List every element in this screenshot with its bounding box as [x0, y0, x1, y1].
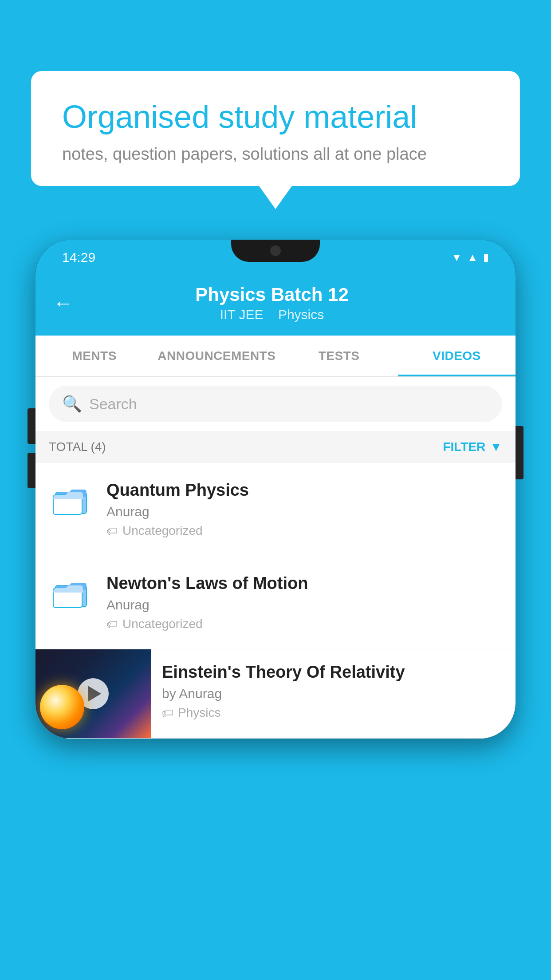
back-button[interactable]: ←: [53, 292, 73, 314]
front-camera: [270, 245, 281, 256]
search-bar[interactable]: 🔍 Search: [49, 386, 502, 422]
item-tag: 🏷 Uncategorized: [106, 617, 502, 631]
power-button: [516, 426, 523, 479]
tabs-bar: MENTS ANNOUNCEMENTS TESTS VIDEOS: [35, 336, 516, 377]
phone-mockup: 14:29 ▼ ▲ ▮ ← Physics Batch 12 IIT JEE: [35, 240, 516, 980]
wifi-icon: ▼: [451, 251, 462, 264]
header-subtitle-physics: Physics: [278, 307, 324, 322]
item-title: Quantum Physics: [106, 481, 502, 500]
tab-announcements[interactable]: ANNOUNCEMENTS: [153, 336, 280, 376]
content-list: Quantum Physics Anurag 🏷 Uncategorized: [35, 463, 516, 739]
status-time: 14:29: [62, 250, 95, 265]
bubble-subtitle: notes, question papers, solutions all at…: [62, 145, 489, 164]
header-subtitle: IIT JEE Physics: [86, 307, 458, 322]
list-item[interactable]: Newton's Laws of Motion Anurag 🏷 Uncateg…: [35, 556, 516, 649]
item-author: Anurag: [106, 504, 502, 519]
list-item[interactable]: Quantum Physics Anurag 🏷 Uncategorized: [35, 463, 516, 556]
volume-down-button: [28, 453, 35, 488]
item-title: Newton's Laws of Motion: [106, 574, 502, 593]
volume-up-button: [28, 408, 35, 444]
filter-row: TOTAL (4) FILTER ▼: [35, 431, 516, 463]
list-item-video[interactable]: Einstein's Theory Of Relativity by Anura…: [35, 649, 516, 739]
search-icon: 🔍: [62, 395, 82, 413]
app-header: ← Physics Batch 12 IIT JEE Physics: [35, 275, 516, 336]
bubble-title: Organised study material: [62, 98, 489, 136]
tab-tests[interactable]: TESTS: [280, 336, 398, 376]
folder-icon: [53, 577, 89, 609]
filter-button[interactable]: FILTER ▼: [443, 440, 502, 454]
filter-label: FILTER: [443, 440, 485, 454]
status-icons: ▼ ▲ ▮: [451, 251, 489, 264]
video-author: by Anurag: [162, 686, 504, 701]
status-bar: 14:29 ▼ ▲ ▮: [35, 240, 516, 275]
signal-icon: ▲: [467, 251, 478, 264]
item-tag: 🏷 Uncategorized: [106, 524, 502, 538]
item-icon-newton: [49, 574, 93, 609]
tag-icon: 🏷: [162, 706, 173, 720]
folder-icon: [53, 484, 89, 515]
tag-icon: 🏷: [106, 617, 118, 631]
video-thumbnail: [35, 649, 151, 738]
tab-videos[interactable]: VIDEOS: [398, 336, 516, 376]
sphere-decoration: [40, 685, 84, 729]
search-container: 🔍 Search: [35, 377, 516, 431]
phone-body: 14:29 ▼ ▲ ▮ ← Physics Batch 12 IIT JEE: [35, 240, 516, 739]
search-placeholder: Search: [89, 395, 137, 413]
header-subtitle-iit: IIT JEE: [220, 307, 264, 322]
play-icon: [88, 686, 101, 702]
battery-icon: ▮: [483, 251, 489, 264]
video-info-einstein: Einstein's Theory Of Relativity by Anura…: [151, 649, 516, 733]
total-count-label: TOTAL (4): [49, 440, 106, 454]
header-title: Physics Batch 12: [86, 284, 458, 305]
item-author: Anurag: [106, 597, 502, 612]
item-content-quantum: Quantum Physics Anurag 🏷 Uncategorized: [106, 481, 502, 538]
tag-label: Uncategorized: [122, 617, 203, 631]
tag-label: Uncategorized: [122, 524, 203, 538]
video-tag: 🏷 Physics: [162, 706, 504, 720]
filter-icon: ▼: [490, 440, 502, 454]
speech-bubble: Organised study material notes, question…: [31, 71, 520, 186]
tag-label: Physics: [178, 706, 220, 720]
tab-ments[interactable]: MENTS: [35, 336, 153, 376]
tag-icon: 🏷: [106, 524, 118, 538]
video-title: Einstein's Theory Of Relativity: [162, 663, 504, 682]
header-title-block: Physics Batch 12 IIT JEE Physics: [86, 284, 458, 322]
item-icon-quantum: [49, 481, 93, 515]
phone-notch: [231, 240, 320, 262]
item-content-newton: Newton's Laws of Motion Anurag 🏷 Uncateg…: [106, 574, 502, 631]
